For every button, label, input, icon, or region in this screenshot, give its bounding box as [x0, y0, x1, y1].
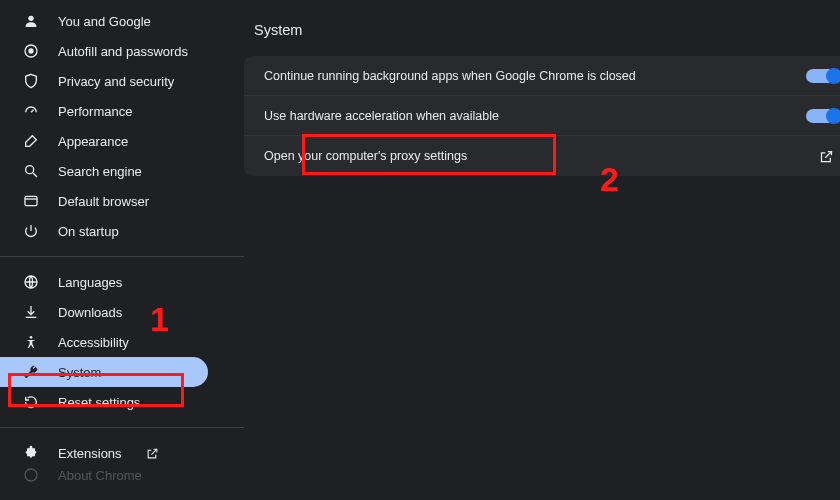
sidebar-item-label: Languages — [58, 275, 122, 290]
browser-icon — [22, 193, 40, 209]
external-link-icon — [146, 447, 159, 460]
reset-icon — [22, 394, 40, 410]
sidebar-item-label: System — [58, 365, 101, 380]
info-icon — [22, 468, 40, 482]
row-background-apps[interactable]: Continue running background apps when Go… — [244, 56, 840, 96]
sidebar-item-performance[interactable]: Performance — [0, 96, 208, 126]
sidebar-item-extensions[interactable]: Extensions — [0, 438, 208, 468]
sidebar-item-accessibility[interactable]: Accessibility — [0, 327, 208, 357]
row-proxy-settings[interactable]: Open your computer's proxy settings — [244, 136, 840, 176]
sidebar-item-label: Downloads — [58, 305, 122, 320]
globe-icon — [22, 274, 40, 290]
sidebar-item-about[interactable]: About Chrome — [0, 468, 208, 482]
wrench-icon — [22, 364, 40, 380]
section-title: System — [244, 8, 840, 56]
accessibility-icon — [22, 334, 40, 350]
sidebar-item-label: Reset settings — [58, 395, 140, 410]
sidebar-item-label: Performance — [58, 104, 132, 119]
sidebar-item-label: Appearance — [58, 134, 128, 149]
svg-point-9 — [30, 336, 33, 339]
person-icon — [22, 13, 40, 29]
settings-sidebar: You and Google Autofill and passwords Pr… — [0, 0, 244, 500]
sidebar-item-label: Extensions — [58, 446, 122, 461]
sidebar-item-you-and-google[interactable]: You and Google — [0, 6, 208, 36]
sidebar-item-label: Accessibility — [58, 335, 129, 350]
system-panel: Continue running background apps when Go… — [244, 56, 840, 176]
sidebar-item-privacy[interactable]: Privacy and security — [0, 66, 208, 96]
row-hardware-accel[interactable]: Use hardware acceleration when available — [244, 96, 840, 136]
sidebar-item-reset[interactable]: Reset settings — [0, 387, 208, 417]
sidebar-item-label: Autofill and passwords — [58, 44, 188, 59]
sidebar-item-languages[interactable]: Languages — [0, 267, 208, 297]
sidebar-item-default-browser[interactable]: Default browser — [0, 186, 208, 216]
svg-point-10 — [25, 469, 37, 481]
sidebar-item-system[interactable]: System — [0, 357, 208, 387]
sidebar-divider — [0, 256, 244, 257]
toggle-switch[interactable] — [806, 69, 836, 83]
svg-point-2 — [29, 49, 33, 53]
external-link-icon — [819, 149, 834, 164]
sidebar-item-on-startup[interactable]: On startup — [0, 216, 208, 246]
sidebar-item-downloads[interactable]: Downloads — [0, 297, 208, 327]
sidebar-item-label: About Chrome — [58, 468, 142, 482]
settings-main: System Continue running background apps … — [244, 0, 840, 500]
power-icon — [22, 223, 40, 239]
svg-point-0 — [28, 16, 33, 21]
sidebar-item-autofill[interactable]: Autofill and passwords — [0, 36, 208, 66]
sidebar-item-label: Search engine — [58, 164, 142, 179]
sidebar-item-label: Privacy and security — [58, 74, 174, 89]
sidebar-item-label: On startup — [58, 224, 119, 239]
svg-line-3 — [31, 110, 34, 113]
shield-icon — [22, 73, 40, 89]
svg-rect-6 — [25, 196, 37, 205]
row-label: Open your computer's proxy settings — [264, 149, 467, 163]
row-label: Continue running background apps when Go… — [264, 69, 636, 83]
paint-icon — [22, 133, 40, 149]
sidebar-item-appearance[interactable]: Appearance — [0, 126, 208, 156]
search-icon — [22, 163, 40, 179]
puzzle-icon — [22, 445, 40, 461]
autofill-icon — [22, 43, 40, 59]
svg-point-4 — [26, 166, 34, 174]
sidebar-item-label: Default browser — [58, 194, 149, 209]
sidebar-item-search-engine[interactable]: Search engine — [0, 156, 208, 186]
sidebar-item-label: You and Google — [58, 14, 151, 29]
download-icon — [22, 304, 40, 320]
sidebar-divider — [0, 427, 244, 428]
row-label: Use hardware acceleration when available — [264, 109, 499, 123]
svg-line-5 — [33, 173, 37, 177]
toggle-switch[interactable] — [806, 109, 836, 123]
speedometer-icon — [22, 103, 40, 119]
